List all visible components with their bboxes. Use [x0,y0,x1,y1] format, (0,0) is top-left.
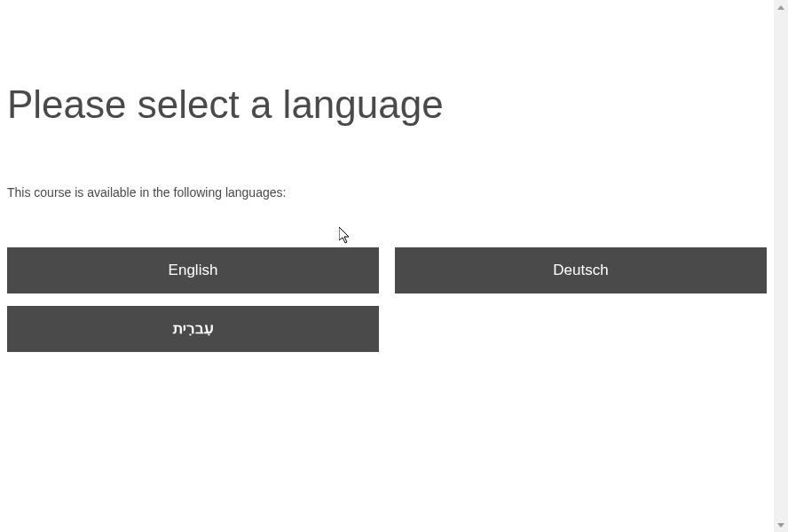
language-button-english[interactable]: English [7,247,379,293]
language-button-grid: English Deutsch עִברִית [7,247,767,352]
scrollbar-track[interactable] [774,0,788,532]
language-button-hebrew[interactable]: עִברִית [7,306,379,352]
page-title: Please select a language [7,82,767,129]
scrollbar-up-button[interactable] [774,0,788,14]
chevron-down-icon [777,523,784,528]
chevron-up-icon [777,5,784,10]
scrollbar-down-button[interactable] [774,518,788,532]
language-button-deutsch[interactable]: Deutsch [395,247,767,293]
subtitle-text: This course is available in the followin… [7,185,767,200]
